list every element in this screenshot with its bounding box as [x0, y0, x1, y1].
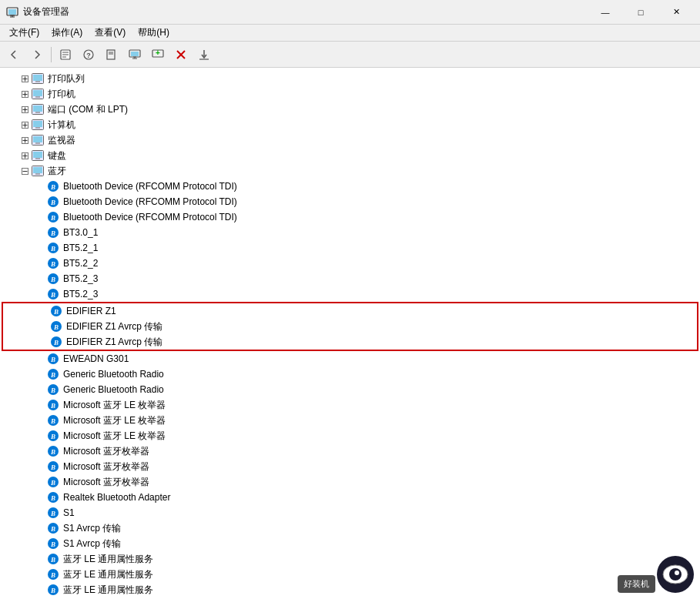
tree-item-label: EWEADN G301 [63, 353, 129, 364]
tree-item-label: Bluetooth Device (RFCOMM Protocol TDI) [63, 196, 237, 207]
tree-item-edifier-z1-avrcp1[interactable]: B EDIFIER Z1 Avrcp 传输 [3, 319, 697, 334]
tree-item-ms-ble1[interactable]: B Microsoft 蓝牙 LE 枚举器 [0, 397, 700, 413]
tree-item-bt52_2[interactable]: B BT5.2_2 [0, 256, 700, 271]
tree-item-bt52_3b[interactable]: B BT5.2_3 [0, 286, 700, 302]
tree-item-label: 蓝牙 LE 通用属性服务 [63, 553, 153, 566]
svg-point-122 [675, 571, 679, 575]
help-button[interactable]: ? [78, 45, 99, 65]
tree-item-s1-avrcp2[interactable]: B S1 Avrcp 传输 [0, 536, 700, 551]
tree-item-computer[interactable]: 计算机 [0, 117, 700, 132]
tree-item-bt52_1[interactable]: B BT5.2_1 [0, 240, 700, 256]
tree-item-bt30_1[interactable]: B BT3.0_1 [0, 225, 700, 240]
remove-button[interactable] [170, 45, 192, 65]
tree-item-eweadn[interactable]: B EWEADN G301 [0, 351, 700, 366]
tree-item-com-lpt[interactable]: 端口 (COM 和 LPT) [0, 102, 700, 117]
red-box-group: B EDIFIER Z1 B EDIFIER Z1 Avrcp 传输 B EDI… [2, 302, 698, 351]
tree-item-edifier-z1[interactable]: B EDIFIER Z1 [3, 303, 697, 319]
svg-text:B: B [50, 540, 55, 548]
tree-item-label: 蓝牙 [48, 165, 66, 178]
minimize-button[interactable]: — [588, 0, 623, 25]
expand-icon[interactable] [18, 134, 31, 146]
bluetooth-icon: B [46, 583, 60, 597]
tree-item-ms-bt-enum1[interactable]: B Microsoft 蓝牙枚举器 [0, 443, 700, 459]
menu-bar: 文件(F) 操作(A) 查看(V) 帮助(H) [0, 25, 700, 42]
tree-item-generic-bt-radio1[interactable]: B Generic Bluetooth Radio [0, 366, 700, 382]
tree-item-bluetooth[interactable]: 蓝牙 [0, 163, 700, 179]
device-icon [31, 118, 45, 132]
svg-text:B: B [53, 323, 59, 331]
tree-item-print-queue[interactable]: 打印队列 [0, 71, 700, 86]
tree-item-label: Realtek Bluetooth Adapter [63, 492, 170, 503]
svg-rect-11 [107, 50, 115, 59]
tree-item-label: BT3.0_1 [63, 227, 98, 238]
back-button[interactable] [3, 45, 25, 65]
tree-item-bt-le-svc1[interactable]: B 蓝牙 LE 通用属性服务 [0, 551, 700, 567]
toolbar: ? + [0, 42, 700, 68]
app-icon [6, 6, 18, 18]
expand-icon[interactable] [18, 149, 31, 162]
menu-view[interactable]: 查看(V) [89, 25, 132, 41]
expand-placeholder [34, 383, 46, 396]
expand-icon[interactable] [18, 119, 31, 131]
tree-item-label: S1 Avrcp 传输 [63, 522, 121, 535]
tree-item-label: Bluetooth Device (RFCOMM Protocol TDI) [63, 181, 237, 192]
tree-item-label: Microsoft 蓝牙 LE 枚举器 [63, 414, 166, 427]
tree-item-ms-ble2[interactable]: B Microsoft 蓝牙 LE 枚举器 [0, 413, 700, 428]
tree-item-label: S1 [63, 507, 75, 518]
tree-item-s1[interactable]: B S1 [0, 505, 700, 520]
tree-item-bt-dev3[interactable]: B Bluetooth Device (RFCOMM Protocol TDI) [0, 209, 700, 225]
tree-item-edifier-z1-avrcp2[interactable]: B EDIFIER Z1 Avrcp 传输 [3, 334, 697, 350]
tree-item-bt52_3[interactable]: B BT5.2_3 [0, 271, 700, 286]
bluetooth-icon: B [46, 226, 60, 239]
tree-item-ms-bt-enum2[interactable]: B Microsoft 蓝牙枚举器 [0, 459, 700, 474]
tree-item-ms-bt-enum3[interactable]: B Microsoft 蓝牙枚举器 [0, 474, 700, 490]
expand-placeholder [37, 320, 49, 333]
tree-item-label: BT5.2_2 [63, 258, 98, 269]
menu-file[interactable]: 文件(F) [3, 25, 45, 41]
expand-icon[interactable] [18, 88, 31, 100]
refresh-button[interactable] [101, 45, 122, 65]
svg-text:B: B [50, 214, 55, 222]
tree-item-printer[interactable]: 打印机 [0, 86, 700, 102]
tree-item-s1-avrcp1[interactable]: B S1 Avrcp 传输 [0, 520, 700, 536]
bluetooth-icon: B [46, 179, 60, 193]
svg-text:B: B [50, 433, 55, 440]
tree-item-label: Microsoft 蓝牙枚举器 [63, 476, 149, 489]
add-device-button[interactable]: + [147, 45, 169, 65]
expand-icon[interactable] [18, 72, 31, 85]
bluetooth-icon: B [49, 304, 63, 318]
tree-item-keyboard[interactable]: 键盘 [0, 148, 700, 163]
expand-placeholder [34, 507, 46, 519]
svg-text:B: B [50, 494, 55, 502]
expand-placeholder [34, 522, 46, 534]
tree-item-bt-dev2[interactable]: B Bluetooth Device (RFCOMM Protocol TDI) [0, 194, 700, 209]
tree-item-label: Microsoft 蓝牙枚举器 [63, 445, 149, 458]
update-button[interactable] [193, 45, 215, 65]
tree-item-generic-bt-radio2[interactable]: B Generic Bluetooth Radio [0, 382, 700, 397]
tree-item-bt-dev1[interactable]: B Bluetooth Device (RFCOMM Protocol TDI) [0, 179, 700, 194]
tree-item-bt-le-svc2[interactable]: B 蓝牙 LE 通用属性服务 [0, 567, 700, 582]
svg-text:B: B [50, 525, 55, 533]
bluetooth-icon: B [46, 398, 60, 412]
forward-button[interactable] [26, 45, 48, 65]
tree-item-label: S1 Avrcp 传输 [63, 537, 121, 550]
tree-item-ms-ble3[interactable]: B Microsoft 蓝牙 LE 枚举器 [0, 428, 700, 443]
maximize-button[interactable]: □ [623, 0, 658, 25]
menu-action[interactable]: 操作(A) [45, 25, 89, 41]
device-icon [31, 72, 45, 85]
close-button[interactable]: ✕ [658, 0, 694, 25]
tree-item-label: Bluetooth Device (RFCOMM Protocol TDI) [63, 212, 237, 223]
tree-item-label: 蓝牙 LE 通用属性服务 [63, 568, 153, 581]
device-tree[interactable]: 打印队列 打印机 端口 (COM 和 LPT) 计算机 监视器 键盘 蓝牙 [0, 68, 700, 599]
monitor-button[interactable] [124, 45, 146, 65]
tree-item-realtek[interactable]: B Realtek Bluetooth Adapter [0, 490, 700, 505]
tree-item-bt-le-svc3[interactable]: B 蓝牙 LE 通用属性服务 [0, 582, 700, 597]
expand-icon[interactable] [18, 103, 31, 115]
svg-text:B: B [50, 402, 55, 410]
expand-icon[interactable] [18, 165, 31, 177]
svg-text:B: B [50, 199, 55, 206]
svg-text:B: B [50, 479, 55, 487]
properties-button[interactable] [55, 45, 76, 65]
menu-help[interactable]: 帮助(H) [132, 25, 176, 41]
tree-item-monitor[interactable]: 监视器 [0, 132, 700, 148]
